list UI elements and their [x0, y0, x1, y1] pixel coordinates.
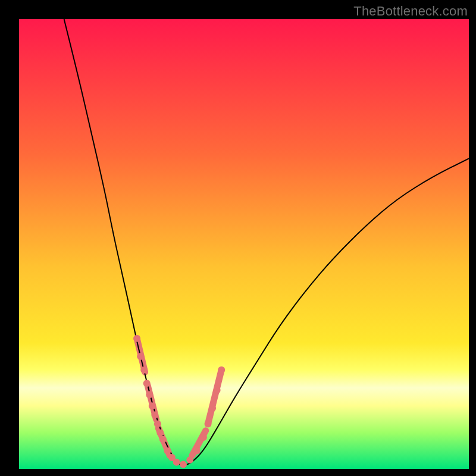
data-point: [164, 447, 171, 455]
data-point: [137, 353, 144, 360]
data-point: [146, 391, 153, 398]
data-point: [200, 434, 207, 441]
data-point: [156, 430, 164, 437]
chart-plot: [19, 19, 469, 469]
data-point: [154, 420, 161, 427]
data-point: [180, 461, 187, 468]
watermark-text: TheBottleneck.com: [353, 4, 468, 19]
data-point: [159, 436, 167, 443]
data-point: [209, 405, 216, 412]
data-point: [143, 380, 151, 387]
data-point: [173, 459, 180, 466]
chart-frame: TheBottleneck.com: [0, 0, 476, 476]
data-point: [151, 411, 158, 418]
data-point: [205, 420, 212, 427]
data-point: [186, 456, 193, 464]
data-point: [214, 387, 221, 394]
data-point: [218, 367, 225, 374]
data-point: [133, 335, 140, 342]
data-point: [149, 402, 156, 409]
data-point: [193, 447, 201, 455]
chart-background: [19, 19, 469, 469]
data-point: [140, 367, 148, 374]
